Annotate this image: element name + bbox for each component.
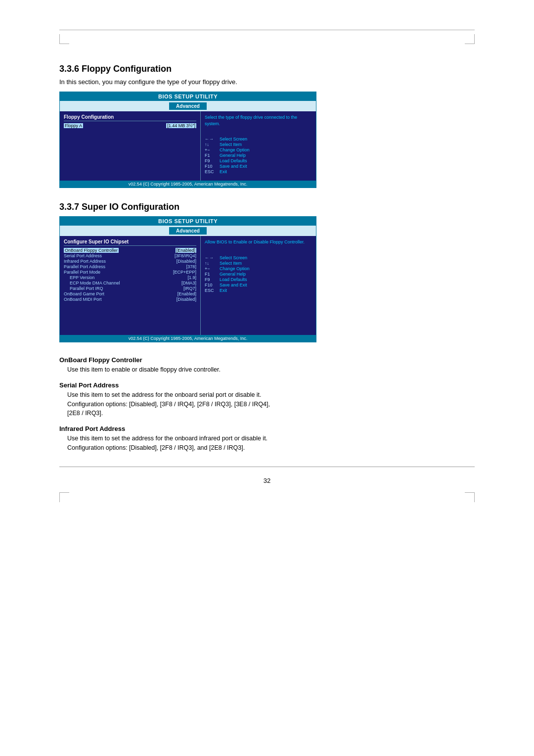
bios-value-infrared: [Disabled] [177,259,196,264]
subsection-text-onboard-floppy: Use this item to enable or disable flopp… [67,365,475,375]
bios-label-parallel-addr: Parallel Port Address [64,264,105,269]
bios-value-game-port: [Enabled] [178,291,196,296]
bios-row-floppy-a: Floppy A [1.44 MB 3½"] [64,123,196,128]
bios-value-onboard-floppy: [Enabled] [176,248,196,253]
bios-left-super-io: Configure Super IO Chipset OnBoard Flopp… [60,236,201,335]
floppy-desc: In this section, you may configure the t… [59,78,475,86]
bios-row-epp-ver: EPP Version [1.9] [64,275,196,280]
bios-label-midi-port: OnBoard MIDI Port [64,297,102,302]
bios-title-super-io: BIOS SETUP UTILITY [60,217,316,226]
bios-row-midi-port: OnBoard MIDI Port [Disabled] [64,297,196,302]
key-f10-sio: F10 [205,283,217,287]
corner-mark-br [465,492,475,502]
bios-value-parallel-irq: [IRQ7] [183,286,196,291]
bios-label-floppy-a: Floppy A [64,123,83,128]
bios-label-game-port: OnBoard Game Port [64,291,104,296]
subsection-title-onboard-floppy: OnBoard Floppy Controller [59,356,475,364]
bios-label-parallel-mode: Parallel Port Mode [64,270,100,275]
key-f1-floppy: F1 [205,153,217,158]
subsection-onboard-floppy: OnBoard Floppy Controller Use this item … [59,356,475,375]
key-ud-floppy: ↑↓ [205,142,217,147]
bios-row-parallel-mode: Parallel Port Mode [ECP+EPP] [64,270,196,275]
bios-body-floppy: Floppy Configuration Floppy A [1.44 MB 3… [60,111,316,181]
page-top-border [59,30,475,30]
bios-value-midi-port: [Disabled] [177,297,196,302]
section-floppy: 3.3.6 Floppy Configuration In this secti… [59,64,475,188]
key-f9-floppy: F9 [205,158,217,163]
bios-tab-row-super-io: Advanced [60,226,316,236]
bios-label-ecp-dma: ECP Mode DMA Channel [70,281,120,285]
subsection-infrared: Infrared Port Address Use this item to s… [59,425,475,453]
bios-left-floppy: Floppy Configuration Floppy A [1.44 MB 3… [60,111,201,181]
key-esc-sio: ESC [205,288,217,293]
bios-left-header-super-io: Configure Super IO Chipset [64,239,196,246]
bios-left-header-floppy: Floppy Configuration [64,114,196,121]
floppy-title: 3.3.6 Floppy Configuration [59,64,475,74]
key-esc-floppy: ESC [205,169,217,174]
bios-row-parallel-irq: Parallel Port IRQ [IRQ7] [64,286,196,291]
bios-body-super-io: Configure Super IO Chipset OnBoard Flopp… [60,236,316,335]
bios-right-super-io: Allow BIOS to Enable or Disable Floppy C… [201,236,316,335]
bios-keys-super-io: ←→Select Screen ↑↓Select Item +−Change O… [205,255,312,293]
bios-row-serial: Serial Port Address [3F8/IRQ4] [64,253,196,258]
corner-mark-tl [59,34,69,44]
bios-row-onboard-floppy: OnBoard Floppy Controller [Enabled] [64,248,196,253]
bios-box-super-io: BIOS SETUP UTILITY Advanced Configure Su… [59,216,316,342]
subsection-title-infrared: Infrared Port Address [59,425,475,432]
key-f10-floppy: F10 [205,164,217,169]
bios-tab-floppy[interactable]: Advanced [169,102,207,110]
subsection-serial: Serial Port Address Use this item to set… [59,381,475,418]
bios-label-serial: Serial Port Address [64,253,102,258]
bios-tab-super-io[interactable]: Advanced [169,227,207,235]
bottom-divider [59,467,475,467]
key-lr-sio: ←→ [205,255,217,260]
bios-row-infrared: Infrared Port Address [Disabled] [64,259,196,264]
key-pm-sio: +− [205,266,217,271]
bios-value-parallel-addr: [378] [186,264,196,269]
subsection-text-serial: Use this item to set the address for the… [67,390,475,418]
bios-box-floppy: BIOS SETUP UTILITY Advanced Floppy Confi… [59,92,316,188]
key-f9-sio: F9 [205,277,217,282]
bios-label-parallel-irq: Parallel Port IRQ [70,286,103,291]
subsection-title-serial: Serial Port Address [59,381,475,389]
bios-row-ecp-dma: ECP Mode DMA Channel [DMA3] [64,281,196,285]
bios-value-epp-ver: [1.9] [187,275,196,280]
bios-value-serial: [3F8/IRQ4] [175,253,196,258]
section-super-io: 3.3.7 Super IO Configuration BIOS SETUP … [59,202,475,453]
bios-row-parallel-addr: Parallel Port Address [378] [64,264,196,269]
key-lr-floppy: ←→ [205,137,217,142]
bios-value-parallel-mode: [ECP+EPP] [173,270,196,275]
bios-help-floppy: Select the type of floppy drive connecte… [205,114,312,127]
bios-keys-floppy: ←→Select Screen ↑↓Select Item +−Change O… [205,137,312,174]
bios-label-epp-ver: EPP Version [70,275,94,280]
page-number: 32 [59,477,475,484]
bios-help-super-io: Allow BIOS to Enable or Disable Floppy C… [205,239,312,245]
bios-label-infrared: Infrared Port Address [64,259,106,264]
corner-mark-bl [59,492,69,502]
key-ud-sio: ↑↓ [205,261,217,266]
bios-footer-super-io: v02.54 (C) Copyright 1985-2005, American… [60,335,316,342]
bios-row-game-port: OnBoard Game Port [Enabled] [64,291,196,296]
bios-right-floppy: Select the type of floppy drive connecte… [201,111,316,181]
key-pm-floppy: +− [205,147,217,152]
bios-label-onboard-floppy: OnBoard Floppy Controller [64,248,119,253]
subsection-text-infrared: Use this item to set the address for the… [67,434,475,453]
super-io-title: 3.3.7 Super IO Configuration [59,202,475,212]
bios-tab-row-floppy: Advanced [60,101,316,111]
bios-footer-floppy: v02.54 (C) Copyright 1985-2005, American… [60,181,316,188]
bios-value-floppy-a: [1.44 MB 3½"] [166,123,196,128]
bios-value-ecp-dma: [DMA3] [181,281,196,285]
corner-mark-tr [465,34,475,44]
key-f1-sio: F1 [205,272,217,277]
bios-title-floppy: BIOS SETUP UTILITY [60,92,316,101]
